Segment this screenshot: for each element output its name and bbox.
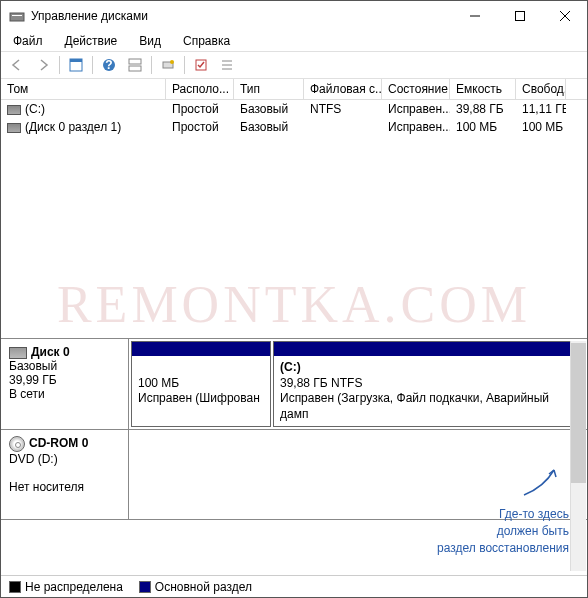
disk-row[interactable]: Диск 0 Базовый 39,99 ГБ В сети 100 МБ Ис… [1, 339, 587, 430]
titlebar: Управление дисками [1, 1, 587, 31]
svg-rect-3 [515, 12, 524, 21]
cdrom-name: CD-ROM 0 [29, 437, 88, 451]
cell-capacity: 100 МБ [450, 118, 516, 136]
menu-file[interactable]: Файл [9, 32, 47, 50]
refresh-button[interactable] [156, 54, 180, 76]
partition-size: 100 МБ [138, 376, 179, 390]
table-row[interactable]: (Диск 0 раздел 1) Простой Базовый Исправ… [1, 118, 587, 136]
partition[interactable]: (C:) 39,88 ГБ NTFS Исправен (Загрузка, Ф… [273, 341, 585, 427]
close-button[interactable] [542, 1, 587, 31]
legend: Не распределена Основной раздел [1, 575, 587, 597]
cell-fs [304, 118, 382, 136]
disk-label: CD-ROM 0 DVD (D:) Нет носителя [1, 430, 129, 519]
svg-rect-11 [129, 66, 141, 71]
column-status[interactable]: Состояние [382, 79, 450, 99]
cell-volume: (Диск 0 раздел 1) [25, 120, 121, 134]
legend-primary: Основной раздел [139, 580, 252, 594]
cell-volume: (C:) [25, 102, 45, 116]
table-body: (C:) Простой Базовый NTFS Исправен... 39… [1, 100, 587, 136]
column-layout[interactable]: Располо... [166, 79, 234, 99]
cdrom-status: Нет носителя [9, 480, 84, 494]
cell-type: Базовый [234, 118, 304, 136]
maximize-button[interactable] [497, 1, 542, 31]
partition-header [274, 342, 584, 356]
svg-rect-7 [70, 59, 82, 62]
annotation-text: Где-то здесь должен быть раздел восстано… [437, 506, 569, 557]
cell-free: 11,11 ГБ [516, 100, 566, 118]
legend-unallocated: Не распределена [9, 580, 123, 594]
cell-status: Исправен... [382, 100, 450, 118]
disk-graphic-pane: Диск 0 Базовый 39,99 ГБ В сети 100 МБ Ис… [1, 339, 587, 520]
svg-rect-10 [129, 59, 141, 64]
disk-label: Диск 0 Базовый 39,99 ГБ В сети [1, 339, 129, 429]
column-volume[interactable]: Том [1, 79, 166, 99]
disk-type: Базовый [9, 359, 57, 373]
toolbar: ? [1, 51, 587, 79]
column-filesystem[interactable]: Файловая с... [304, 79, 382, 99]
menu-action[interactable]: Действие [61, 32, 122, 50]
legend-label: Не распределена [25, 580, 123, 594]
legend-swatch-icon [9, 581, 21, 593]
annotation-arrow-icon [519, 467, 559, 497]
cell-layout: Простой [166, 100, 234, 118]
menu-help[interactable]: Справка [179, 32, 234, 50]
table-row[interactable]: (C:) Простой Базовый NTFS Исправен... 39… [1, 100, 587, 118]
cell-capacity: 39,88 ГБ [450, 100, 516, 118]
legend-label: Основной раздел [155, 580, 252, 594]
disk-icon [9, 347, 27, 359]
partition-size: 39,88 ГБ NTFS [280, 376, 362, 390]
cell-fs: NTFS [304, 100, 382, 118]
cell-type: Базовый [234, 100, 304, 118]
list-button[interactable] [215, 54, 239, 76]
menubar: Файл Действие Вид Справка [1, 31, 587, 51]
partitions: 100 МБ Исправен (Шифрован (C:) 39,88 ГБ … [129, 339, 587, 429]
forward-button[interactable] [31, 54, 55, 76]
cdrom-icon [9, 436, 25, 452]
legend-swatch-icon [139, 581, 151, 593]
minimize-button[interactable] [452, 1, 497, 31]
svg-text:?: ? [105, 58, 112, 72]
help-button[interactable]: ? [97, 54, 121, 76]
disk-status: В сети [9, 387, 45, 401]
partition-state: Исправен (Шифрован [138, 391, 260, 405]
cell-free: 100 МБ [516, 118, 566, 136]
svg-rect-1 [12, 15, 22, 16]
cell-status: Исправен... [382, 118, 450, 136]
cdrom-device: DVD (D:) [9, 452, 58, 466]
table-header: Том Располо... Тип Файловая с... Состоян… [1, 79, 587, 100]
menu-view[interactable]: Вид [135, 32, 165, 50]
column-capacity[interactable]: Емкость [450, 79, 516, 99]
view-button[interactable] [64, 54, 88, 76]
partition-label: (C:) [280, 360, 301, 374]
disk-size: 39,99 ГБ [9, 373, 57, 387]
partition-state: Исправен (Загрузка, Файл подкачки, Авари… [280, 391, 549, 421]
column-type[interactable]: Тип [234, 79, 304, 99]
column-free[interactable]: Свобод. [516, 79, 566, 99]
window-title: Управление дисками [31, 9, 452, 23]
volume-icon [7, 105, 21, 115]
scroll-thumb[interactable] [571, 343, 586, 483]
svg-rect-0 [10, 13, 24, 21]
volume-icon [7, 123, 21, 133]
partition-header [132, 342, 270, 356]
svg-point-13 [170, 60, 174, 64]
cell-layout: Простой [166, 118, 234, 136]
vertical-scrollbar[interactable] [570, 341, 586, 571]
partition[interactable]: 100 МБ Исправен (Шифрован [131, 341, 271, 427]
properties-button[interactable] [189, 54, 213, 76]
layout-button[interactable] [123, 54, 147, 76]
volume-list-pane: Том Располо... Тип Файловая с... Состоян… [1, 79, 587, 339]
back-button[interactable] [5, 54, 29, 76]
disk-name: Диск 0 [31, 345, 70, 359]
app-icon [9, 8, 25, 24]
